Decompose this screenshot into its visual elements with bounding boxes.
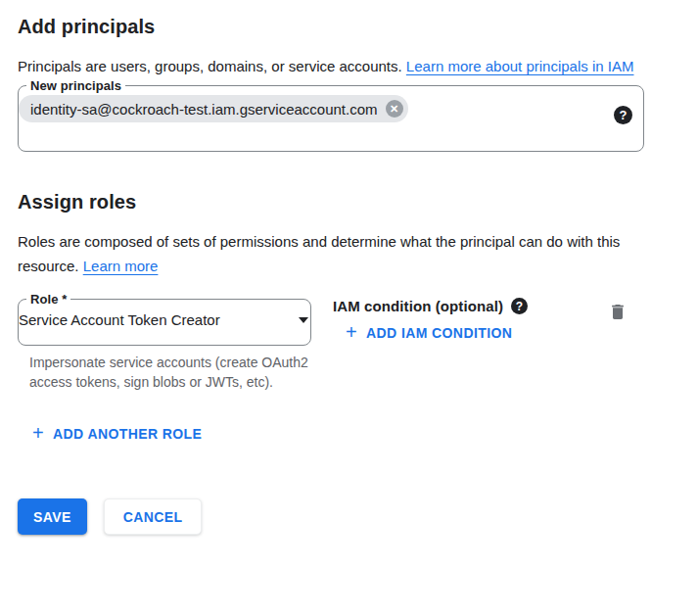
iam-condition-label: IAM condition (optional) xyxy=(333,298,503,314)
intro-text: Principals are users, groups, domains, o… xyxy=(18,54,659,78)
role-selected-value: Service Account Token Creator xyxy=(19,311,220,328)
help-icon[interactable]: ? xyxy=(614,106,632,124)
plus-icon: + xyxy=(346,322,357,342)
new-principals-label: New principals xyxy=(26,78,125,93)
role-select[interactable]: Role * Service Account Token Creator xyxy=(18,292,311,346)
add-principals-panel: Add principals Principals are users, gro… xyxy=(0,0,698,535)
add-iam-condition-label: ADD IAM CONDITION xyxy=(366,325,512,341)
role-label: Role * xyxy=(26,292,70,307)
page-title: Add principals xyxy=(18,0,680,38)
new-principals-field[interactable]: New principals identity-sa@cockroach-tes… xyxy=(18,78,644,152)
dropdown-arrow-icon xyxy=(299,317,308,323)
assign-roles-description: Roles are composed of sets of permission… xyxy=(18,229,659,278)
iam-condition-label-row: IAM condition (optional) ? xyxy=(333,298,528,314)
chip-remove-icon[interactable]: ✕ xyxy=(386,100,403,118)
add-iam-condition-button[interactable]: + ADD IAM CONDITION xyxy=(346,324,512,342)
principal-chip: identity-sa@cockroach-test.iam.gservicea… xyxy=(19,95,408,122)
intro-description: Principals are users, groups, domains, o… xyxy=(18,58,402,74)
add-another-role-button[interactable]: + ADD ANOTHER ROLE xyxy=(32,425,202,443)
learn-more-roles-link[interactable]: Learn more xyxy=(83,258,159,274)
role-column: Role * Service Account Token Creator Imp… xyxy=(18,292,311,392)
learn-more-principals-link[interactable]: Learn more about principals in IAM xyxy=(406,58,634,74)
role-row: Role * Service Account Token Creator Imp… xyxy=(18,292,680,392)
iam-condition-help-icon[interactable]: ? xyxy=(511,298,528,314)
trash-icon xyxy=(608,310,628,325)
save-button[interactable]: SAVE xyxy=(18,498,87,535)
role-value-row: Service Account Token Creator xyxy=(19,307,310,328)
plus-icon: + xyxy=(32,423,44,443)
add-another-role-label: ADD ANOTHER ROLE xyxy=(53,426,202,442)
delete-role-column xyxy=(608,292,628,326)
assign-roles-title: Assign roles xyxy=(18,191,680,213)
dialog-actions: SAVE CANCEL xyxy=(18,498,680,535)
cancel-button[interactable]: CANCEL xyxy=(104,498,203,535)
delete-role-button[interactable] xyxy=(608,302,628,322)
principals-chip-row: identity-sa@cockroach-test.iam.gservicea… xyxy=(19,95,643,122)
iam-condition-column: IAM condition (optional) ? + ADD IAM CON… xyxy=(333,292,528,343)
role-helper-text: Impersonate service accounts (create OAu… xyxy=(18,353,323,392)
principal-chip-value: identity-sa@cockroach-test.iam.gservicea… xyxy=(30,101,378,118)
